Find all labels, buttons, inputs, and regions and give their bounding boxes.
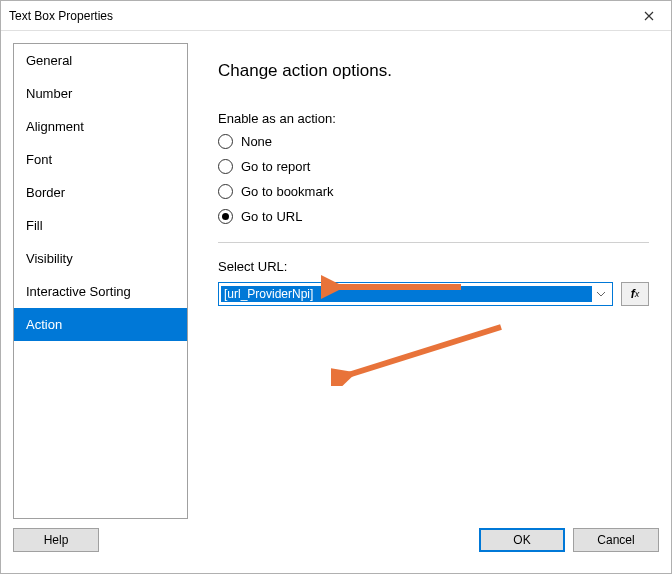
sidebar-item-label: General [26, 53, 72, 68]
sidebar-item-label: Number [26, 86, 72, 101]
sidebar-item-label: Visibility [26, 251, 73, 266]
sidebar-item-action[interactable]: Action [14, 308, 187, 341]
radio-icon [218, 159, 233, 174]
sidebar-item-label: Alignment [26, 119, 84, 134]
radio-none[interactable]: None [218, 134, 649, 149]
panel-heading: Change action options. [218, 61, 649, 81]
close-button[interactable] [626, 1, 671, 31]
sidebar-item-label: Action [26, 317, 62, 332]
radio-go-to-bookmark[interactable]: Go to bookmark [218, 184, 649, 199]
url-row: [url_ProviderNpi] fx [218, 282, 649, 306]
cancel-button[interactable]: Cancel [573, 528, 659, 552]
dialog-window: Text Box Properties General Number Align… [0, 0, 672, 574]
chevron-down-icon[interactable] [592, 283, 610, 305]
url-combobox[interactable]: [url_ProviderNpi] [218, 282, 613, 306]
sidebar-item-alignment[interactable]: Alignment [14, 110, 187, 143]
main-panel: Change action options. Enable as an acti… [188, 43, 659, 519]
radio-label: Go to report [241, 159, 310, 174]
radio-go-to-report[interactable]: Go to report [218, 159, 649, 174]
url-value: [url_ProviderNpi] [221, 286, 592, 302]
radio-go-to-url[interactable]: Go to URL [218, 209, 649, 224]
titlebar: Text Box Properties [1, 1, 671, 31]
action-radio-group: None Go to report Go to bookmark Go to U… [218, 134, 649, 224]
sidebar-item-general[interactable]: General [14, 44, 187, 77]
sidebar-item-label: Font [26, 152, 52, 167]
select-url-label: Select URL: [218, 259, 649, 274]
sidebar-item-visibility[interactable]: Visibility [14, 242, 187, 275]
radio-icon [218, 184, 233, 199]
sidebar-item-font[interactable]: Font [14, 143, 187, 176]
sidebar-item-label: Interactive Sorting [26, 284, 131, 299]
radio-icon [218, 134, 233, 149]
help-button[interactable]: Help [13, 528, 99, 552]
fx-icon-sub: x [635, 289, 640, 299]
section-divider [218, 242, 649, 243]
button-label: Help [44, 533, 69, 547]
dialog-footer: Help OK Cancel [1, 519, 671, 573]
button-label: OK [513, 533, 530, 547]
button-label: Cancel [597, 533, 634, 547]
sidebar-item-label: Fill [26, 218, 43, 233]
sidebar-item-fill[interactable]: Fill [14, 209, 187, 242]
sidebar-item-border[interactable]: Border [14, 176, 187, 209]
close-icon [644, 11, 654, 21]
enable-action-label: Enable as an action: [218, 111, 649, 126]
body-area: General Number Alignment Font Border Fil… [1, 31, 671, 519]
sidebar-item-number[interactable]: Number [14, 77, 187, 110]
radio-label: Go to URL [241, 209, 302, 224]
window-title: Text Box Properties [9, 9, 113, 23]
sidebar-item-interactive-sorting[interactable]: Interactive Sorting [14, 275, 187, 308]
category-sidebar: General Number Alignment Font Border Fil… [13, 43, 188, 519]
expression-button[interactable]: fx [621, 282, 649, 306]
sidebar-item-label: Border [26, 185, 65, 200]
ok-button[interactable]: OK [479, 528, 565, 552]
radio-label: None [241, 134, 272, 149]
radio-icon [218, 209, 233, 224]
radio-label: Go to bookmark [241, 184, 334, 199]
